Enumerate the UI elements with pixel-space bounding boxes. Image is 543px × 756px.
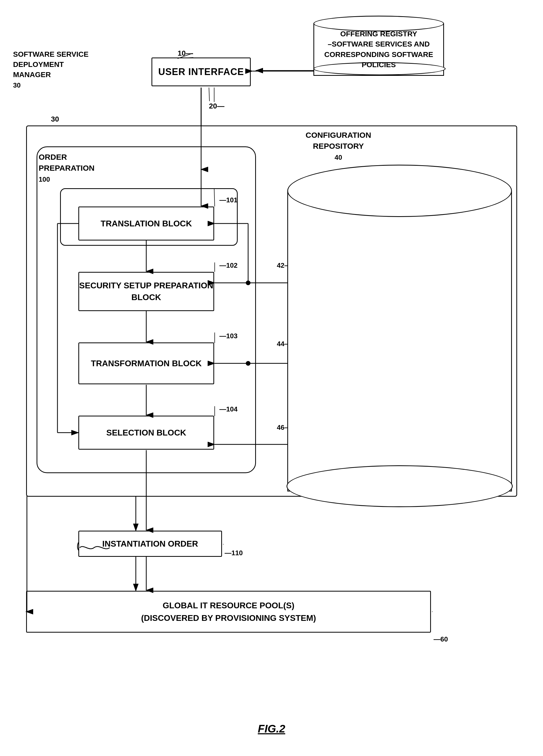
offering-registry-label: OFFERING REGISTRY –SOFTWARE SERVICES AND…	[319, 29, 438, 70]
config-cyl-bottom	[286, 465, 513, 507]
ref-102: —102	[220, 261, 238, 270]
cylinder-body: OFFERING REGISTRY –SOFTWARE SERVICES AND…	[313, 24, 444, 76]
config-cyl-top	[287, 165, 512, 217]
ref-60: —60	[433, 635, 448, 643]
security-block: SECURITY SETUP PREPARATION BLOCK	[78, 272, 214, 311]
ref-104: —104	[220, 405, 238, 413]
selection-block: SELECTION BLOCK	[78, 416, 214, 450]
translation-container	[60, 188, 238, 246]
transformation-block-label: TRANSFORMATION BLOCK	[91, 358, 202, 369]
user-interface-label: USER INTERFACE	[158, 66, 244, 77]
ssdm-line2: DEPLOYMENT	[13, 60, 64, 68]
ref-103: —103	[220, 332, 238, 340]
config-cyl-body	[287, 191, 512, 491]
global-it-resource-box: GLOBAL IT RESOURCE POOL(S) (DISCOVERED B…	[26, 591, 431, 633]
ref-20: 20—	[209, 102, 224, 110]
offering-registry: OFFERING REGISTRY –SOFTWARE SERVICES AND…	[313, 16, 444, 84]
security-block-label: SECURITY SETUP PREPARATION BLOCK	[79, 280, 214, 303]
transformation-block: TRANSFORMATION BLOCK	[78, 342, 214, 384]
ssdm-label: SOFTWARE SERVICE DEPLOYMENT MANAGER 30	[13, 49, 89, 90]
order-prep-label: ORDER PREPARATION 100	[39, 152, 95, 185]
ref-110: —110	[225, 549, 243, 557]
global-it-label: GLOBAL IT RESOURCE POOL(S) (DISCOVERED B…	[141, 599, 316, 624]
ssdm-line1: SOFTWARE SERVICE	[13, 50, 89, 58]
instantiation-order-box: INSTANTIATION ORDER	[78, 531, 222, 557]
ssdm-ref: 30	[13, 81, 21, 89]
ref-10: 10—	[178, 49, 193, 58]
svg-line-33	[209, 88, 210, 101]
config-repo-cylinder	[287, 133, 512, 473]
fig-caption: FIG.2	[258, 723, 285, 735]
user-interface-box: USER INTERFACE	[152, 58, 251, 86]
ssdm-line3: MANAGER	[13, 71, 51, 79]
ref-30: 30	[51, 115, 59, 123]
diagram: SOFTWARE SERVICE DEPLOYMENT MANAGER 30 3…	[0, 0, 543, 756]
selection-block-label: SELECTION BLOCK	[106, 427, 186, 439]
instantiation-order-label: INSTANTIATION ORDER	[102, 539, 198, 549]
ref-100: 100	[39, 175, 50, 183]
